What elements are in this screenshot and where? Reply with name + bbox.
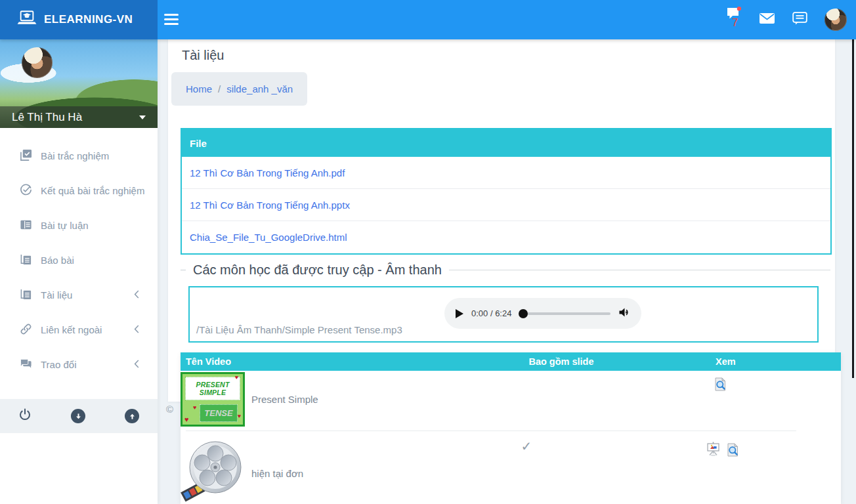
file-table: File 12 Thì Cơ Bản Trong Tiếng Anh.pdf 1… (181, 128, 832, 255)
breadcrumb-home-link[interactable]: Home (186, 83, 212, 94)
user-avatar[interactable] (824, 9, 847, 31)
has-slide-checkmark: ✓ (503, 438, 549, 454)
sidebar-item-lien-ket-ngoai[interactable]: Liên kết ngoài (0, 312, 158, 347)
sidebar-item-label: Kết quả bài trắc nghiệm (41, 185, 144, 196)
caret-down-icon (139, 116, 146, 119)
report-icon (20, 253, 32, 268)
thumbnail-subtitle-text: TENSE (200, 404, 238, 422)
breadcrumb-separator: / (218, 83, 221, 94)
sidebar-item-trao-doi[interactable]: Trao đổi (0, 347, 158, 382)
seek-knob[interactable] (519, 309, 528, 318)
sidebar-item-bai-trac-nghiem[interactable]: Bài trắc nghiệm (0, 138, 158, 173)
sidebar-item-label: Tài liệu (41, 289, 72, 301)
video-name: hiện tại đơn (251, 468, 303, 479)
sidebar-item-label: Bài tự luận (41, 220, 89, 231)
brand-logo[interactable]: ELEARNING-VN (0, 0, 158, 39)
profile-cover-photo: Lê Thị Thu Hà (0, 39, 158, 128)
elearning-laptop-icon (17, 10, 37, 30)
footer-copyright: © (166, 404, 173, 415)
content-card: Tài liệu Home / silde_anh _văn File 12 T… (168, 39, 835, 402)
hamburger-menu-icon[interactable] (164, 14, 179, 25)
heart-decoration (184, 416, 189, 423)
chevron-left-icon (134, 324, 139, 335)
sidebar-item-label: Trao đổi (41, 359, 76, 370)
audio-box: /Tài Liệu Âm Thanh/Simple Present Tense.… (188, 286, 819, 343)
page-title: Tài liệu (182, 48, 224, 63)
chat-icon[interactable] (792, 12, 807, 28)
upload-arrow-button[interactable] (125, 409, 139, 423)
download-arrow-button[interactable] (71, 409, 85, 423)
chevron-left-icon (134, 359, 139, 370)
table-row: Chia_Se_File_Tu_GoogleDrive.html (182, 221, 830, 253)
column-header-xem: Xem (716, 352, 736, 371)
file-link-pdf[interactable]: 12 Thì Cơ Bản Trong Tiếng Anh.pdf (190, 167, 345, 178)
topbar: ELEARNING-VN 7 (0, 0, 856, 39)
file-table-header: File (182, 129, 830, 157)
film-reel-icon[interactable] (181, 437, 246, 504)
sidebar-item-bai-tu-luan[interactable]: Bài tự luận (0, 208, 158, 243)
main-content: Tài liệu Home / silde_anh _văn File 12 T… (158, 39, 856, 504)
slideshow-icon[interactable] (706, 442, 721, 459)
quiz-icon (20, 149, 32, 163)
audio-time: 0:00 / 6:24 (471, 308, 511, 318)
volume-icon[interactable] (618, 307, 630, 320)
power-icon[interactable] (18, 408, 32, 424)
link-icon (20, 323, 32, 337)
breadcrumb: Home / silde_anh _văn (171, 72, 307, 106)
video-table: Tên Video Bao gồm slide Xem PRESENT SIMP… (181, 352, 841, 504)
user-name: Lê Thị Thu Hà (12, 111, 82, 124)
heart-decoration (235, 375, 238, 381)
preview-magnifier-icon[interactable] (714, 377, 727, 394)
notification-count-badge: 7 (732, 16, 738, 30)
breadcrumb-current[interactable]: silde_anh _văn (226, 83, 293, 94)
document-icon (20, 288, 32, 303)
brand-text: ELEARNING-VN (44, 13, 133, 26)
app-screen: ELEARNING-VN 7 (0, 0, 856, 504)
heart-decoration (238, 413, 241, 419)
heart-decoration (193, 405, 196, 411)
video-name: Present Simple (251, 394, 318, 405)
sidebar-item-label: Bài trắc nghiệm (41, 150, 109, 161)
column-header-bao-gom-slide: Bao gồm slide (463, 352, 660, 371)
mail-icon[interactable] (759, 12, 775, 27)
divider (181, 270, 186, 270)
audio-file-path: /Tài Liệu Âm Thanh/Simple Present Tense.… (196, 324, 402, 335)
sidebar-item-label: Liên kết ngoài (41, 324, 102, 335)
sidebar-item-bao-bai[interactable]: Báo bài (0, 243, 158, 278)
preview-magnifier-icon[interactable] (727, 443, 739, 459)
chevron-left-icon (134, 289, 139, 301)
audio-section-title: Các môn học đã được truy cập - Âm thanh (186, 262, 449, 278)
video-table-header: Tên Video Bao gồm slide Xem (181, 352, 841, 371)
table-row: 12 Thì Cơ Bản Trong Tiếng Anh.pdf (182, 157, 830, 189)
sidebar: Lê Thị Thu Hà Bài trắc nghiệm Kết quả bà… (0, 39, 158, 504)
essay-icon (20, 219, 32, 233)
sidebar-item-tai-lieu[interactable]: Tài liệu (0, 278, 158, 312)
sidebar-menu: Bài trắc nghiệm Kết quả bài trắc nghiệm … (0, 128, 158, 382)
column-header-ten-video: Tên Video (186, 352, 231, 371)
profile-name-bar[interactable]: Lê Thị Thu Hà (0, 106, 158, 128)
divider (449, 270, 830, 270)
sidebar-item-ket-qua[interactable]: Kết quả bài trắc nghiệm (0, 173, 158, 208)
check-circle-icon (20, 184, 32, 198)
audio-section-header: Các môn học đã được truy cập - Âm thanh (181, 262, 830, 278)
page-scrollbar[interactable] (852, 39, 854, 378)
table-row: 12 Thì Cơ Bản Trong Tiếng Anh.pptx (182, 189, 830, 221)
row-divider (186, 430, 796, 431)
profile-avatar[interactable] (22, 47, 53, 78)
notifications-icon[interactable]: 7 (726, 7, 742, 33)
thumbnail-title-text: PRESENT SIMPLE (185, 377, 240, 400)
play-button[interactable] (456, 309, 463, 318)
chat-bubbles-icon (20, 358, 32, 372)
topbar-actions: 7 (726, 0, 847, 39)
file-link-html[interactable]: Chia_Se_File_Tu_GoogleDrive.html (190, 232, 347, 243)
sidebar-footer (0, 399, 158, 433)
file-link-pptx[interactable]: 12 Thì Cơ Bản Trong Tiếng Anh.pptx (190, 200, 350, 211)
video-thumbnail-present-simple[interactable]: PRESENT SIMPLE TENSE (181, 372, 245, 427)
audio-seek-slider[interactable] (519, 312, 610, 315)
sidebar-item-label: Báo bài (41, 255, 74, 266)
audio-player[interactable]: 0:00 / 6:24 (444, 298, 641, 329)
